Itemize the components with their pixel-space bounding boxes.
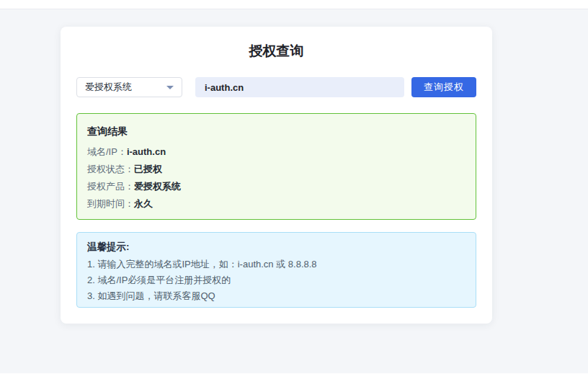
product-select[interactable]: 爱授权系统 — [76, 77, 182, 97]
result-value: 永久 — [134, 198, 153, 209]
result-label: 域名/IP： — [87, 146, 127, 157]
result-value: i-auth.cn — [127, 146, 166, 157]
domain-input[interactable] — [195, 77, 404, 97]
result-label: 授权状态： — [87, 164, 134, 174]
auth-query-card: 授权查询 爱授权系统 查询授权 查询结果 域名/IP：i-auth.cn 授权状… — [61, 27, 492, 324]
chevron-down-icon — [166, 86, 174, 89]
result-row-expiry: 到期时间：永久 — [87, 195, 466, 213]
tips-item-2: 2. 域名/IP必须是平台注册并授权的 — [87, 272, 466, 288]
tips-panel: 温馨提示: 1. 请输入完整的域名或IP地址，如：i-auth.cn 或 8.8… — [76, 232, 476, 308]
tips-item-3: 3. 如遇到问题，请联系客服QQ — [87, 288, 466, 304]
result-row-product: 授权产品：爱授权系统 — [87, 178, 466, 195]
result-row-domain: 域名/IP：i-auth.cn — [87, 143, 466, 161]
query-bar: 爱授权系统 查询授权 — [76, 77, 476, 97]
result-label: 授权产品： — [87, 181, 134, 192]
top-divider-bar — [0, 0, 588, 9]
result-value: 爱授权系统 — [134, 181, 181, 192]
tips-panel-title: 温馨提示: — [87, 241, 466, 253]
result-label: 到期时间： — [87, 198, 134, 209]
query-auth-button[interactable]: 查询授权 — [411, 77, 476, 97]
result-panel-title: 查询结果 — [87, 125, 466, 138]
query-result-panel: 查询结果 域名/IP：i-auth.cn 授权状态：已授权 授权产品：爱授权系统… — [76, 113, 476, 220]
product-select-value: 爱授权系统 — [85, 81, 132, 94]
tips-item-1: 1. 请输入完整的域名或IP地址，如：i-auth.cn 或 8.8.8.8 — [87, 257, 466, 272]
result-row-status: 授权状态：已授权 — [87, 161, 466, 178]
page-title: 授权查询 — [76, 44, 476, 58]
result-value: 已授权 — [134, 164, 162, 174]
page-background: 授权查询 爱授权系统 查询授权 查询结果 域名/IP：i-auth.cn 授权状… — [0, 9, 588, 373]
